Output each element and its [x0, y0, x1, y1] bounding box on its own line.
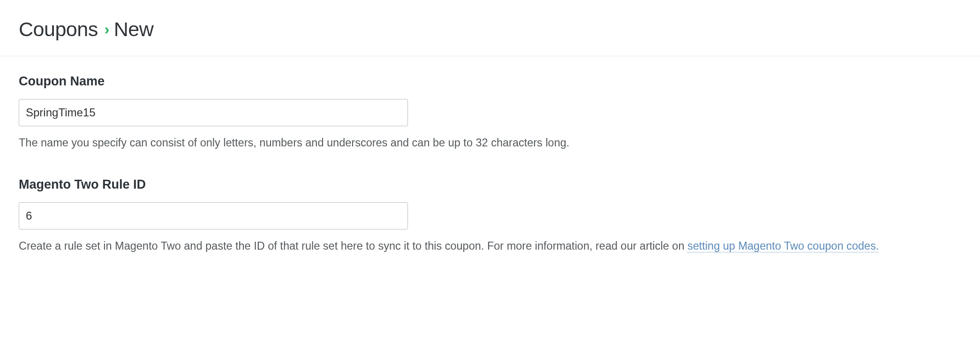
- rule-id-help-link[interactable]: setting up Magento Two coupon codes.: [687, 240, 879, 252]
- form-content: Coupon Name The name you specify can con…: [0, 56, 980, 299]
- coupon-name-hint: The name you specify can consist of only…: [19, 135, 961, 151]
- breadcrumb: Coupons›New: [19, 18, 961, 41]
- page-header: Coupons›New: [0, 0, 980, 56]
- rule-id-hint: Create a rule set in Magento Two and pas…: [19, 238, 961, 254]
- coupon-name-group: Coupon Name The name you specify can con…: [19, 74, 961, 151]
- coupon-name-input[interactable]: [19, 99, 408, 126]
- rule-id-hint-text: Create a rule set in Magento Two and pas…: [19, 240, 687, 252]
- breadcrumb-current: New: [114, 18, 154, 40]
- rule-id-label: Magento Two Rule ID: [19, 177, 961, 192]
- breadcrumb-parent[interactable]: Coupons: [19, 18, 98, 40]
- chevron-right-icon: ›: [105, 21, 109, 38]
- rule-id-input[interactable]: [19, 202, 408, 229]
- rule-id-group: Magento Two Rule ID Create a rule set in…: [19, 177, 961, 254]
- coupon-name-label: Coupon Name: [19, 74, 961, 89]
